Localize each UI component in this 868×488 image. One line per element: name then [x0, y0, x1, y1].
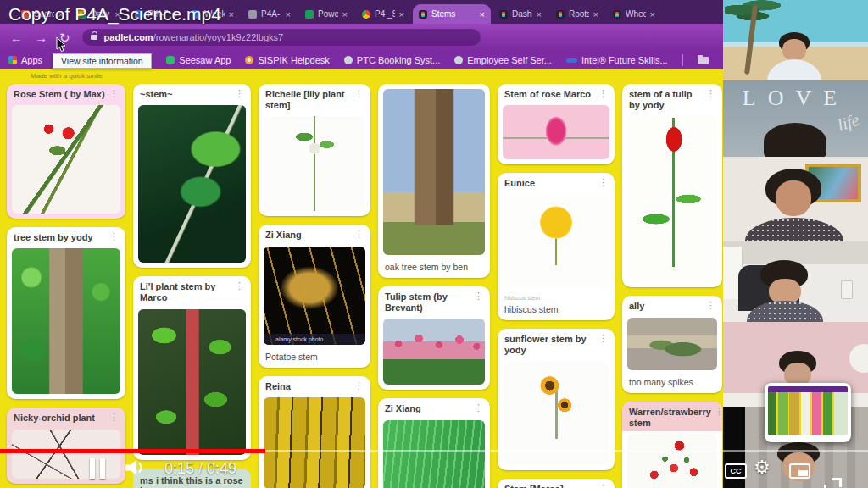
- forward-button[interactable]: →: [35, 31, 47, 44]
- kebab-menu-icon[interactable]: ⋮: [235, 89, 244, 98]
- tab-close-icon[interactable]: ×: [480, 9, 485, 19]
- tab-close-icon[interactable]: ×: [537, 9, 542, 19]
- padlet-card-rose-stem[interactable]: Rose Stem ( by Max)⋮: [7, 84, 125, 219]
- site-info-tooltip: View site information: [53, 53, 152, 69]
- bookmark-intel[interactable]: Intel® Future Skills...: [566, 55, 668, 65]
- bookmark-ptc[interactable]: PTC Booking Syst...: [344, 55, 440, 65]
- card-photo-tree: [12, 248, 120, 394]
- kebab-menu-icon[interactable]: ⋮: [109, 413, 119, 422]
- photo-watermark: hibiscus stem: [498, 294, 615, 302]
- kebab-menu-icon[interactable]: ⋮: [474, 403, 483, 413]
- browser-tab-power[interactable]: Power×: [299, 4, 353, 24]
- card-title: tree stem by yody: [14, 232, 106, 243]
- pause-button[interactable]: [90, 458, 112, 479]
- tab-favicon-padlet-icon: [419, 10, 427, 19]
- padlet-card-tree-stem[interactable]: tree stem by yody⋮: [7, 227, 125, 399]
- participant-avatar: [764, 123, 826, 157]
- kebab-menu-icon[interactable]: ⋮: [354, 381, 364, 391]
- kebab-menu-icon[interactable]: ⋮: [109, 89, 119, 98]
- padlet-card-lil-plant[interactable]: Li'l plant stem by Marco⋮: [133, 276, 251, 459]
- kebab-menu-icon[interactable]: ⋮: [715, 407, 722, 416]
- padlet-card-potato[interactable]: Zi Xiang⋮ alamy stock photo Potatoe stem: [259, 225, 370, 367]
- padlet-watermark: Made with a quick smile: [0, 69, 723, 80]
- kebab-menu-icon[interactable]: ⋮: [598, 178, 608, 187]
- padlet-column-4: oak tree stem by ben Tulip stem (by Brev…: [378, 84, 490, 488]
- fullscreen-button[interactable]: [824, 478, 842, 488]
- kebab-menu-icon[interactable]: ⋮: [109, 232, 119, 241]
- kebab-menu-icon[interactable]: ⋮: [598, 484, 608, 488]
- card-photo-green-onions: [383, 420, 485, 488]
- cc-button[interactable]: CC: [725, 463, 747, 479]
- browser-toolbar: ← → ↻ padlet.com/rowenaratio/yoyv1k9z22l…: [0, 24, 723, 51]
- padlet-card-reina[interactable]: Reina⋮: [259, 376, 370, 488]
- bookmark-seesaw[interactable]: Seesaw App: [166, 55, 231, 65]
- tab-favicon-padlet-icon: [499, 10, 508, 19]
- card-title: Li'l plant stem by Marco: [140, 281, 231, 303]
- settings-button[interactable]: ⚙: [754, 457, 771, 479]
- card-title: Zi Xiang: [265, 230, 351, 241]
- kebab-menu-icon[interactable]: ⋮: [354, 89, 364, 98]
- browser-tab-dashboard[interactable]: Dashb×: [493, 4, 548, 24]
- shared-screen: Search× Daily E× PIK-PE× Week× P4A- C× P…: [0, 0, 723, 488]
- address-bar[interactable]: padlet.com/rowenaratio/yoyv1k9z22lbgks7: [82, 29, 481, 46]
- padlet-card-eunice[interactable]: Eunice⋮ hibiscus stem hibiscus stem: [498, 173, 615, 320]
- lock-icon[interactable]: [91, 35, 97, 40]
- tab-favicon-chrome-icon: [362, 10, 370, 19]
- bookmarks-divider: [682, 54, 683, 66]
- volume-button[interactable]: [124, 458, 147, 481]
- kebab-menu-icon[interactable]: ⋮: [598, 89, 608, 98]
- globe-icon: [344, 56, 353, 64]
- back-button[interactable]: ←: [10, 31, 23, 44]
- browser-tab-roots[interactable]: Roots×: [550, 4, 604, 24]
- tab-close-icon[interactable]: ×: [593, 9, 598, 19]
- kebab-menu-icon[interactable]: ⋮: [598, 334, 608, 343]
- card-title: Zi Xiang: [385, 403, 470, 414]
- padlet-card-tulip-field[interactable]: Tulip stem (by Brevant)⋮: [378, 286, 490, 390]
- tab-close-icon[interactable]: ×: [650, 9, 655, 19]
- tab-label: Dashb: [512, 9, 532, 19]
- bookmark-employee[interactable]: Employee Self Ser...: [454, 55, 552, 65]
- kebab-menu-icon[interactable]: ⋮: [235, 281, 244, 291]
- apps-shortcut[interactable]: Apps: [8, 55, 42, 65]
- tab-close-icon[interactable]: ×: [229, 9, 234, 19]
- tab-close-icon[interactable]: ×: [399, 9, 404, 19]
- kebab-menu-icon[interactable]: ⋮: [706, 301, 715, 310]
- bookmark-helpdesk[interactable]: SISPIK Helpdesk: [245, 55, 329, 65]
- intel-icon: [566, 58, 577, 63]
- kebab-menu-icon[interactable]: ⋮: [354, 230, 364, 239]
- browser-tab-p4a[interactable]: P4A- C×: [242, 4, 297, 24]
- bookmark-label: PTC Booking Syst...: [357, 55, 440, 65]
- miniplayer-button[interactable]: [789, 463, 810, 479]
- kebab-menu-icon[interactable]: ⋮: [474, 291, 483, 301]
- padlet-card-oak-tree[interactable]: oak tree stem by ben: [378, 84, 490, 278]
- globe-icon: [454, 56, 463, 64]
- padlet-card-sunflower[interactable]: sunflower stem by yody⋮: [498, 329, 615, 469]
- card-photo-lily: [264, 116, 365, 211]
- padlet-card-rose-marco[interactable]: Stem of rose Marco⋮: [498, 84, 615, 164]
- browser-tab-wheel[interactable]: Wheel×: [607, 4, 661, 24]
- kebab-menu-icon[interactable]: ⋮: [706, 89, 715, 98]
- browser-tab-p4sc[interactable]: P4 _Sc×: [356, 4, 410, 24]
- padlet-card-ally[interactable]: ally⋮ too many spikes: [622, 296, 722, 392]
- video-title: Copy of P4A_Science.mp4: [8, 4, 221, 25]
- padlet-card-stem-marco[interactable]: Stem [Marco]⋮: [498, 479, 615, 488]
- cabinet-decor: [841, 280, 853, 299]
- bookmarks-folder-icon[interactable]: [698, 57, 709, 64]
- screen-share-thumbnail: [765, 383, 851, 442]
- participant-avatar: [754, 169, 835, 241]
- bookmark-label: Seesaw App: [179, 55, 231, 65]
- padlet-card-onions[interactable]: Zi Xiang⋮: [378, 398, 490, 488]
- browser-tab-stems-active[interactable]: Stems×: [413, 4, 491, 24]
- progress-played-bar[interactable]: [0, 449, 265, 453]
- padlet-columns: Rose Stem ( by Max)⋮ tree stem by yody⋮ …: [0, 80, 723, 488]
- padlet-card-richelle-lily[interactable]: Richelle [lily plant stem]⋮: [259, 84, 370, 216]
- card-photo-dark-stem: [138, 105, 246, 263]
- card-caption: hibiscus stem: [498, 302, 615, 320]
- card-title: Nicky-orchid plant: [14, 413, 106, 424]
- tab-close-icon[interactable]: ×: [286, 9, 291, 19]
- padlet-card-tulip-yody[interactable]: stem of a tulip by yody⋮: [622, 84, 722, 287]
- padlet-card-warren-strawberry[interactable]: Warren/strawberry stem⋮: [622, 402, 722, 488]
- card-photo-succulent: [138, 309, 246, 455]
- padlet-card-stem[interactable]: ~stem~⋮: [133, 84, 251, 268]
- tab-close-icon[interactable]: ×: [342, 9, 348, 19]
